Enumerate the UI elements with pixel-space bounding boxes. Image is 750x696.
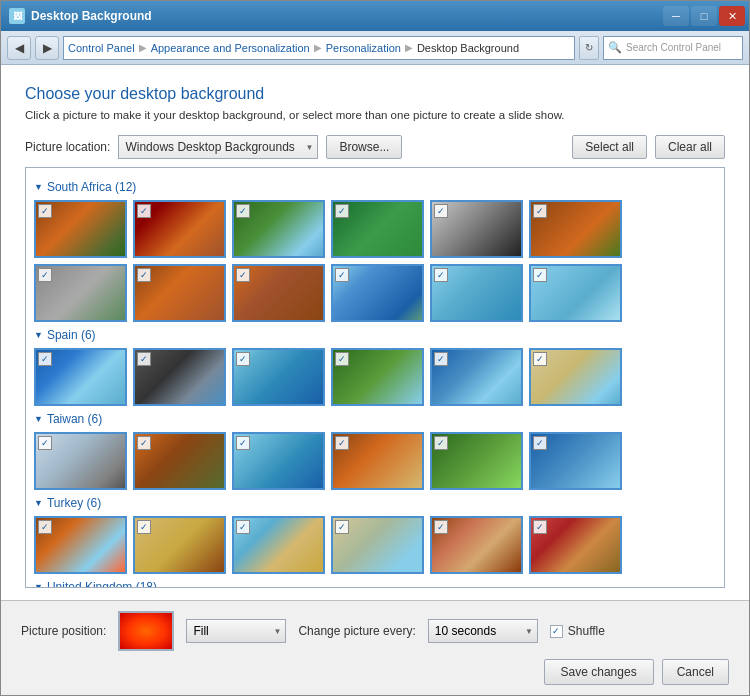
picture-location-label: Picture location: [25, 140, 110, 154]
nav-bar: ◀ ▶ Control Panel ▶ Appearance and Perso… [1, 31, 749, 65]
address-part2[interactable]: Appearance and Personalization [151, 42, 310, 54]
thumbnail-checkbox[interactable]: ✓ [434, 520, 448, 534]
thumbnail-checkbox[interactable]: ✓ [236, 204, 250, 218]
save-changes-button[interactable]: Save changes [544, 659, 654, 685]
clear-all-button[interactable]: Clear all [655, 135, 725, 159]
group-header-taiwan[interactable]: ▼Taiwan (6) [34, 412, 720, 426]
thumbnail-checkbox[interactable]: ✓ [434, 268, 448, 282]
thumbnail-checkbox[interactable]: ✓ [533, 204, 547, 218]
group-label: Turkey (6) [47, 496, 101, 510]
image-thumbnail[interactable]: ✓ [232, 264, 325, 322]
image-thumbnail[interactable]: ✓ [331, 432, 424, 490]
group-label: Taiwan (6) [47, 412, 102, 426]
group-header-spain[interactable]: ▼Spain (6) [34, 328, 720, 342]
thumbnail-checkbox[interactable]: ✓ [434, 352, 448, 366]
thumbnail-checkbox[interactable]: ✓ [137, 436, 151, 450]
thumbnail-checkbox[interactable]: ✓ [38, 436, 52, 450]
minimize-button[interactable]: ─ [663, 6, 689, 26]
thumbnail-checkbox[interactable]: ✓ [533, 268, 547, 282]
forward-button[interactable]: ▶ [35, 36, 59, 60]
thumbnail-checkbox[interactable]: ✓ [434, 204, 448, 218]
back-button[interactable]: ◀ [7, 36, 31, 60]
close-button[interactable]: ✕ [719, 6, 745, 26]
select-all-button[interactable]: Select all [572, 135, 647, 159]
controls-row: Picture location: Windows Desktop Backgr… [25, 135, 725, 159]
image-thumbnail[interactable]: ✓ [529, 264, 622, 322]
address-part1[interactable]: Control Panel [68, 42, 135, 54]
thumbnail-checkbox[interactable]: ✓ [38, 520, 52, 534]
bottom-section: Picture position: Fill Fit Stretch Tile … [1, 600, 749, 695]
shuffle-checkbox[interactable]: ✓ [550, 625, 563, 638]
thumbnail-checkbox[interactable]: ✓ [335, 204, 349, 218]
thumbnail-checkbox[interactable]: ✓ [137, 268, 151, 282]
thumbnail-checkbox[interactable]: ✓ [533, 520, 547, 534]
thumbnail-checkbox[interactable]: ✓ [533, 436, 547, 450]
image-thumbnail[interactable]: ✓ [430, 348, 523, 406]
browse-button[interactable]: Browse... [326, 135, 402, 159]
image-thumbnail[interactable]: ✓ [529, 516, 622, 574]
cancel-button[interactable]: Cancel [662, 659, 729, 685]
thumbnail-checkbox[interactable]: ✓ [335, 436, 349, 450]
group-header-united-kingdom[interactable]: ▼United Kingdom (18) [34, 580, 720, 587]
search-bar[interactable]: 🔍 Search Control Panel [603, 36, 743, 60]
thumbnail-checkbox[interactable]: ✓ [335, 520, 349, 534]
thumbnail-checkbox[interactable]: ✓ [236, 520, 250, 534]
position-dropdown[interactable]: Fill Fit Stretch Tile Center [186, 619, 286, 643]
image-thumbnail[interactable]: ✓ [331, 348, 424, 406]
image-thumbnail[interactable]: ✓ [232, 516, 325, 574]
thumbnail-checkbox[interactable]: ✓ [137, 352, 151, 366]
group-arrow: ▼ [34, 498, 43, 508]
refresh-button[interactable]: ↻ [579, 36, 599, 60]
image-thumbnail[interactable]: ✓ [133, 200, 226, 258]
image-thumbnail[interactable]: ✓ [232, 348, 325, 406]
picture-location-dropdown[interactable]: Windows Desktop Backgrounds [118, 135, 318, 159]
thumbnail-checkbox[interactable]: ✓ [236, 352, 250, 366]
image-thumbnail[interactable]: ✓ [331, 264, 424, 322]
thumbnail-checkbox[interactable]: ✓ [38, 352, 52, 366]
content-area: Choose your desktop background Click a p… [1, 65, 749, 600]
image-thumbnail[interactable]: ✓ [430, 516, 523, 574]
address-sep1: ▶ [139, 42, 147, 53]
thumbnail-checkbox[interactable]: ✓ [434, 436, 448, 450]
image-thumbnail[interactable]: ✓ [529, 348, 622, 406]
image-thumbnail[interactable]: ✓ [529, 432, 622, 490]
thumbnail-checkbox[interactable]: ✓ [38, 204, 52, 218]
image-thumbnail[interactable]: ✓ [133, 432, 226, 490]
position-preview-inner [120, 613, 172, 649]
image-thumbnail[interactable]: ✓ [34, 264, 127, 322]
thumbnail-checkbox[interactable]: ✓ [236, 268, 250, 282]
address-part3[interactable]: Personalization [326, 42, 401, 54]
thumbnail-checkbox[interactable]: ✓ [137, 204, 151, 218]
image-thumbnail[interactable]: ✓ [430, 200, 523, 258]
maximize-button[interactable]: □ [691, 6, 717, 26]
group-header-turkey[interactable]: ▼Turkey (6) [34, 496, 720, 510]
image-thumbnail[interactable]: ✓ [34, 516, 127, 574]
image-thumbnail[interactable]: ✓ [232, 432, 325, 490]
image-thumbnail[interactable]: ✓ [133, 516, 226, 574]
image-thumbnail[interactable]: ✓ [34, 432, 127, 490]
time-dropdown[interactable]: 10 seconds 30 seconds 1 minute 10 minute… [428, 619, 538, 643]
group-label: United Kingdom (18) [47, 580, 157, 587]
thumbnail-checkbox[interactable]: ✓ [236, 436, 250, 450]
thumbnail-checkbox[interactable]: ✓ [533, 352, 547, 366]
image-thumbnail[interactable]: ✓ [430, 432, 523, 490]
image-thumbnail[interactable]: ✓ [232, 200, 325, 258]
image-thumbnail[interactable]: ✓ [331, 200, 424, 258]
image-thumbnail[interactable]: ✓ [133, 348, 226, 406]
image-thumbnail[interactable]: ✓ [331, 516, 424, 574]
image-thumbnail[interactable]: ✓ [529, 200, 622, 258]
thumbnail-checkbox[interactable]: ✓ [38, 268, 52, 282]
thumbnail-checkbox[interactable]: ✓ [137, 520, 151, 534]
image-thumbnail[interactable]: ✓ [34, 200, 127, 258]
window: 🖼 Desktop Background ─ □ ✕ ◀ ▶ Control P… [0, 0, 750, 696]
group-header-south-africa[interactable]: ▼South Africa (12) [34, 180, 720, 194]
image-row: ✓✓✓✓✓✓ [34, 200, 720, 258]
image-thumbnail[interactable]: ✓ [34, 348, 127, 406]
thumbnail-checkbox[interactable]: ✓ [335, 352, 349, 366]
image-grid-scroll[interactable]: ▼South Africa (12)✓✓✓✓✓✓✓✓✓✓✓✓▼Spain (6)… [26, 168, 724, 587]
image-row: ✓✓✓✓✓✓ [34, 264, 720, 322]
image-thumbnail[interactable]: ✓ [430, 264, 523, 322]
image-row: ✓✓✓✓✓✓ [34, 432, 720, 490]
image-thumbnail[interactable]: ✓ [133, 264, 226, 322]
thumbnail-checkbox[interactable]: ✓ [335, 268, 349, 282]
